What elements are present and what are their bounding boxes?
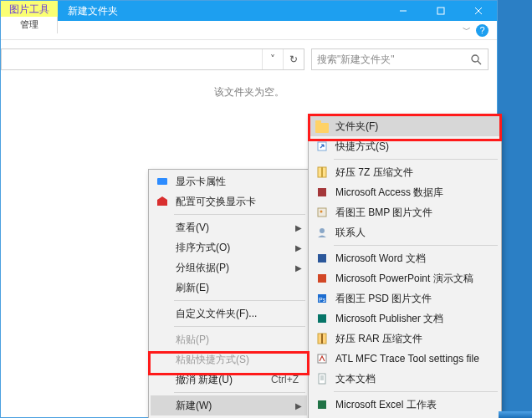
menu-separator xyxy=(174,392,305,393)
menu-label: 排序方式(O) xyxy=(176,241,230,255)
amd-icon xyxy=(156,195,169,208)
menu-label: Microsoft PowerPoint 演示文稿 xyxy=(335,272,473,286)
menu-label: 看图王 BMP 图片文件 xyxy=(335,206,432,220)
menu-label: 查看(V) xyxy=(176,221,209,235)
menu-separator xyxy=(174,214,305,215)
svg-rect-19 xyxy=(318,314,326,323)
svg-rect-11 xyxy=(318,188,326,196)
new-menu-item[interactable]: Microsoft PowerPoint 演示文稿 xyxy=(310,268,499,288)
menu-label: 新建(W) xyxy=(176,399,212,413)
help-icon[interactable]: ? xyxy=(476,24,489,37)
new-menu-item[interactable]: 好压 RAR 压缩文件 xyxy=(310,329,499,349)
chevron-right-icon: ▶ xyxy=(295,401,302,410)
new-menu-item[interactable]: 文件夹(F) xyxy=(310,116,499,136)
new-menu-item[interactable]: 快捷方式(S) xyxy=(310,136,499,156)
address-bar[interactable]: ˅ ↻ xyxy=(1,48,304,70)
new-menu-item[interactable]: 好压 ZIP 压缩文件 xyxy=(310,415,499,418)
bmp-icon xyxy=(315,206,329,219)
keyboard-shortcut: Ctrl+Z xyxy=(271,374,299,385)
menu-label: Microsoft Publisher 文档 xyxy=(335,312,443,326)
chevron-right-icon: ▶ xyxy=(295,263,302,273)
menu-label: Microsoft Access 数据库 xyxy=(335,186,443,200)
7z-icon xyxy=(315,166,329,179)
menu-item-configure-gfx[interactable]: 配置可交换显示卡 xyxy=(151,191,307,212)
close-button[interactable] xyxy=(459,1,497,21)
atl-icon xyxy=(315,352,329,365)
menu-label: 粘贴快捷方式(S) xyxy=(176,353,249,367)
menu-label: 看图王 PSD 图片文件 xyxy=(335,292,432,306)
svg-rect-1 xyxy=(437,8,444,14)
refresh-icon[interactable]: ↻ xyxy=(283,49,304,69)
chevron-right-icon: ▶ xyxy=(295,243,302,252)
svg-rect-16 xyxy=(318,274,326,283)
svg-point-4 xyxy=(472,55,478,62)
svg-rect-21 xyxy=(321,334,323,344)
address-dropdown-icon[interactable]: ˅ xyxy=(262,49,283,69)
svg-point-14 xyxy=(320,228,325,233)
menu-item-view[interactable]: 查看(V)▶ xyxy=(151,217,307,237)
menu-label: 分组依据(P) xyxy=(176,261,229,275)
ppt-icon xyxy=(315,272,329,285)
xls-icon xyxy=(315,398,329,411)
new-menu-item[interactable]: Microsoft Word 文档 xyxy=(310,248,499,268)
menu-label: Microsoft Excel 工作表 xyxy=(335,398,437,412)
window-title: 新建文件夹 xyxy=(58,1,128,21)
svg-rect-10 xyxy=(321,167,323,177)
new-menu-item[interactable]: Microsoft Excel 工作表 xyxy=(310,395,499,415)
new-menu-item[interactable]: ATL MFC Trace Tool settings file xyxy=(310,349,499,369)
menu-label: 快捷方式(S) xyxy=(335,140,389,154)
menu-label: 显示卡属性 xyxy=(176,175,226,189)
new-menu-item[interactable]: Microsoft Publisher 文档 xyxy=(310,308,499,329)
contact-icon xyxy=(315,226,329,239)
menu-item-sort[interactable]: 排序方式(O)▶ xyxy=(151,237,307,257)
txt-icon xyxy=(315,372,329,385)
menu-label: 联系人 xyxy=(335,226,366,240)
display-card-icon xyxy=(156,175,169,188)
maximize-button[interactable] xyxy=(422,1,459,21)
psd-icon: Ps xyxy=(315,292,329,305)
minimize-button[interactable] xyxy=(384,1,422,21)
taskbar xyxy=(499,411,532,418)
ribbon-context-tab[interactable]: 图片工具 xyxy=(1,1,58,17)
menu-label: 粘贴(P) xyxy=(176,333,209,347)
chevron-right-icon: ▶ xyxy=(295,223,302,232)
svg-point-13 xyxy=(320,211,323,213)
menu-item-customize-folder[interactable]: 自定义文件夹(F)... xyxy=(151,303,307,324)
menu-label: Microsoft Word 文档 xyxy=(335,252,426,266)
rar-icon xyxy=(315,332,329,345)
new-menu-item[interactable]: 联系人 xyxy=(310,222,499,242)
menu-item-group[interactable]: 分组依据(P)▶ xyxy=(151,257,307,278)
menu-label: 配置可交换显示卡 xyxy=(176,195,256,209)
context-menu: 显示卡属性 配置可交换显示卡 查看(V)▶ 排序方式(O)▶ 分组依据(P)▶ … xyxy=(148,169,309,418)
ribbon-tab-manage[interactable]: 管理 xyxy=(1,17,58,33)
shortcut-icon xyxy=(315,140,329,153)
svg-text:Ps: Ps xyxy=(319,297,326,303)
menu-label: ATL MFC Trace Tool settings file xyxy=(335,353,479,364)
new-submenu: 文件夹(F)快捷方式(S)好压 7Z 压缩文件Microsoft Access … xyxy=(308,114,502,418)
ribbon-collapse-row: ﹀ ? xyxy=(1,21,497,40)
new-menu-item[interactable]: 好压 7Z 压缩文件 xyxy=(310,162,499,182)
access-icon xyxy=(315,186,329,199)
new-menu-item[interactable]: Microsoft Access 数据库 xyxy=(310,182,499,202)
new-menu-item[interactable]: 看图王 BMP 图片文件 xyxy=(310,202,499,222)
search-box[interactable]: 搜索"新建文件夹" xyxy=(311,48,489,70)
menu-label: 撤消 新建(U) xyxy=(176,373,233,387)
search-icon[interactable] xyxy=(464,54,488,65)
menu-item-display-props[interactable]: 显示卡属性 xyxy=(151,171,307,191)
menu-item-undo-new[interactable]: 撤消 新建(U)Ctrl+Z xyxy=(151,370,307,390)
new-menu-item[interactable]: Ps看图王 PSD 图片文件 xyxy=(310,288,499,308)
menu-label: 文本文档 xyxy=(335,372,376,386)
titlebar: 图片工具 管理 新建文件夹 xyxy=(1,1,497,21)
svg-rect-15 xyxy=(318,254,326,263)
menu-separator xyxy=(334,245,498,246)
svg-line-5 xyxy=(478,61,481,64)
svg-rect-23 xyxy=(319,374,325,384)
search-placeholder: 搜索"新建文件夹" xyxy=(312,53,464,67)
menu-item-new[interactable]: 新建(W)▶ xyxy=(151,395,307,415)
new-menu-item[interactable]: 文本文档 xyxy=(310,369,499,389)
chevron-down-icon[interactable]: ﹀ xyxy=(463,24,471,36)
menu-item-refresh[interactable]: 刷新(E) xyxy=(151,278,307,298)
folder-icon xyxy=(315,120,329,133)
menu-separator xyxy=(174,326,305,327)
menu-label: 好压 7Z 压缩文件 xyxy=(335,166,413,180)
